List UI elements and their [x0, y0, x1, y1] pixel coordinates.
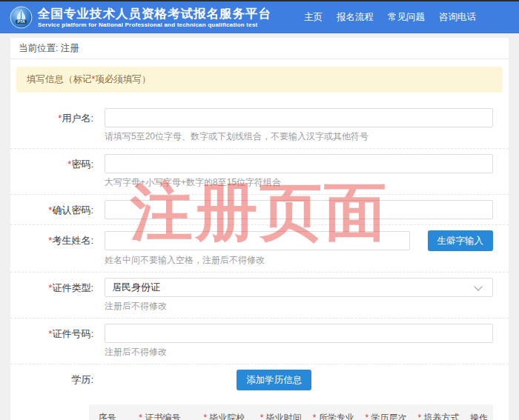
id-type-label: *证件类型:: [10, 273, 93, 318]
breadcrumb-label: 当前位置:: [19, 43, 58, 53]
rare-character-input-button[interactable]: 生僻字输入: [428, 230, 494, 251]
candidate-name-hint: 姓名中间不要输入空格，注册后不得修改: [105, 254, 493, 267]
username-input[interactable]: [105, 108, 493, 127]
site-subtitle: Service platform for National Profession…: [38, 21, 271, 28]
confirm-password-row: *确认密码:: [10, 195, 509, 225]
breadcrumb-current: 注册: [61, 43, 79, 53]
svg-text:PTA: PTA: [17, 19, 24, 24]
notice-text: 填写信息（标记: [27, 74, 92, 84]
education-row: 学历: 添加学历信息: [10, 364, 509, 396]
cpta-logo-icon: PTA: [10, 6, 33, 29]
site-title-block: 全国专业技术人员资格考试报名服务平台 Service platform for …: [38, 7, 271, 28]
password-hint: 大写字母+小写字母+数字的8至15位字符组合: [105, 176, 493, 189]
id-number-hint: 注册后不得修改: [105, 346, 493, 359]
username-label: *用户名:: [10, 103, 93, 148]
col-training-mode: * 培养方式: [412, 412, 465, 420]
id-type-row: *证件类型: 居民身份证 注册后不得修改: [10, 273, 509, 319]
nav-home[interactable]: 主页: [304, 11, 323, 24]
site-title: 全国专业技术人员资格考试报名服务平台: [38, 7, 271, 20]
col-certificate-number: * 证书编号: [125, 412, 194, 420]
header-nav: 主页 报名流程 常见问题 咨询电话: [304, 11, 476, 24]
id-number-row: *证件号码: 注册后不得修改: [10, 319, 509, 364]
registration-form: *用户名: 请填写5至20位字母、数字或下划线组合，不要输入汉字或其他符号 *密…: [10, 103, 509, 420]
col-operation: 操作: [465, 412, 493, 420]
notice-text-after: 项必须填写）: [95, 74, 151, 84]
confirm-password-label: *确认密码:: [10, 195, 93, 224]
col-graduation-school: * 毕业院校: [194, 412, 255, 420]
password-row: *密码: 大写字母+小写字母+数字的8至15位字符组合: [10, 149, 509, 195]
col-graduation-time: * 毕业时间: [254, 412, 307, 420]
site-header: PTA 全国专业技术人员资格考试报名服务平台 Service platform …: [0, 1, 519, 33]
id-number-label: *证件号码:: [10, 319, 93, 364]
nav-registration-process[interactable]: 报名流程: [337, 11, 374, 24]
username-hint: 请填写5至20位字母、数字或下划线组合，不要输入汉字或其他符号: [105, 130, 493, 143]
col-serial-number: 序号: [89, 412, 125, 420]
candidate-name-label: *考生姓名:: [10, 225, 93, 272]
confirm-password-input[interactable]: [105, 200, 493, 219]
col-education-level: * 学历层次: [360, 412, 412, 420]
password-label: *密码:: [10, 149, 93, 194]
education-label: 学历:: [10, 364, 93, 396]
nav-contact-phone[interactable]: 咨询电话: [439, 11, 476, 24]
id-type-hint: 注册后不得修改: [105, 300, 493, 313]
col-major: * 所学专业: [307, 412, 360, 420]
fill-info-notice: 填写信息（标记*项必须填写）: [16, 67, 503, 93]
username-row: *用户名: 请填写5至20位字母、数字或下划线组合，不要输入汉字或其他符号: [10, 103, 509, 149]
breadcrumb: 当前位置: 注册: [10, 38, 509, 59]
id-type-select[interactable]: 居民身份证: [105, 278, 493, 297]
candidate-name-input[interactable]: [105, 231, 410, 250]
id-number-input[interactable]: [105, 324, 493, 343]
id-type-selected-value: 居民身份证: [105, 279, 492, 296]
content-card: 当前位置: 注册 填写信息（标记*项必须填写） *用户名: 请填写5至20位字母…: [10, 38, 509, 420]
nav-faq[interactable]: 常见问题: [388, 11, 425, 24]
education-table-header: 序号 * 证书编号 * 毕业院校 * 毕业时间 * 所学专业 * 学历层次 * …: [89, 404, 493, 420]
add-education-button[interactable]: 添加学历信息: [237, 370, 311, 390]
candidate-name-row: *考生姓名: 生僻字输入 姓名中间不要输入空格，注册后不得修改: [10, 225, 509, 273]
password-input[interactable]: [105, 154, 493, 173]
